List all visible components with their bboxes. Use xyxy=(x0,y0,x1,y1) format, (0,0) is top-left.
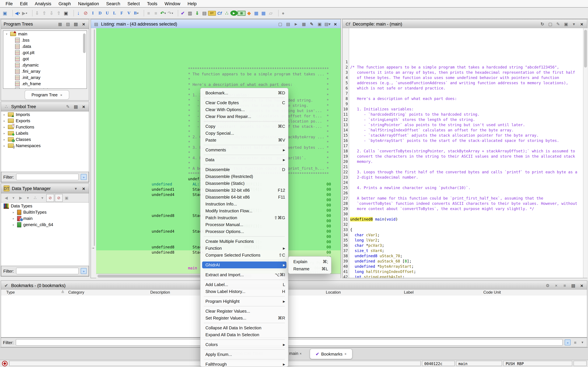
letter-v-icon[interactable]: V xyxy=(125,9,133,17)
tree-caret-icon[interactable]: ▸ xyxy=(4,113,8,116)
delete-icon[interactable]: × xyxy=(553,283,559,288)
tree-item[interactable]: .eh_frame_hdr xyxy=(3,87,87,89)
next-highlight-icon[interactable]: ≡ xyxy=(152,9,159,17)
filter-icon[interactable]: » xyxy=(81,268,87,274)
decompile-vscrollbar[interactable] xyxy=(583,28,588,278)
filter-icon[interactable]: » xyxy=(565,340,571,345)
undo-icon[interactable]: ↶ ▾ xyxy=(159,9,167,17)
edit-icon[interactable]: ✎ xyxy=(555,21,561,26)
menu-dropdown-icon[interactable]: ▾ xyxy=(571,21,577,26)
menu-item[interactable]: Collapse All Data In Selection xyxy=(200,324,288,331)
menu-bar-item[interactable]: Tools xyxy=(143,1,161,6)
binary-icon[interactable]: ▥ xyxy=(186,9,194,17)
sort-icon[interactable]: ≙ xyxy=(61,290,64,295)
decompile-line[interactable]: 34 char cVar1; xyxy=(343,232,582,238)
decompile-line[interactable]: 32 xyxy=(343,222,582,227)
table-export-icon[interactable]: ▦ xyxy=(260,9,267,17)
snapshot-icon[interactable]: ▣ xyxy=(317,21,322,26)
tree-item[interactable]: .eh_frame xyxy=(3,81,87,87)
pin-icon[interactable]: ● xyxy=(280,9,287,17)
tree-item[interactable]: ▸ Exports xyxy=(1,118,89,124)
column-header[interactable]: Description xyxy=(150,290,170,295)
listing-line[interactable]: * The function appears to be a simple pr… xyxy=(97,66,329,71)
close-icon[interactable]: × xyxy=(60,93,62,97)
data-type-manager-header[interactable]: DT Data Type Manager ▾× xyxy=(1,184,89,193)
clear-code-icon[interactable]: ⊘ xyxy=(82,9,89,17)
xref-value[interactable]: 00 xyxy=(327,208,331,213)
tree-item[interactable]: .got xyxy=(3,56,87,62)
toolbar-separator[interactable] xyxy=(141,10,144,17)
forward-dropdown-icon[interactable]: ▾ xyxy=(25,194,31,201)
menu-item[interactable] xyxy=(204,280,285,280)
xref-value[interactable]: 00 xyxy=(327,192,331,197)
menu-item[interactable]: Expand All Data In Selection xyxy=(200,331,288,338)
menu-item[interactable]: Create Multiple Functions xyxy=(200,238,288,245)
listing-line[interactable]: * * xyxy=(97,71,329,77)
tree-item[interactable]: ▸ generic_clib_64 xyxy=(1,222,89,228)
decompile-line[interactable]: 27 A better name for this function could… xyxy=(343,196,582,201)
snapshot-icon[interactable]: ▣ xyxy=(62,9,69,17)
menu-item[interactable]: Comments ▶ xyxy=(200,146,288,153)
paste-icon[interactable]: ▤ xyxy=(285,21,291,26)
tree-caret-icon[interactable]: ▸ xyxy=(4,125,8,129)
menu-bar-item[interactable]: Window xyxy=(161,1,184,6)
close-icon[interactable]: × xyxy=(579,283,584,288)
close-icon[interactable]: × xyxy=(81,104,86,109)
diamond-icon[interactable]: ◆ xyxy=(245,9,253,17)
menu-item[interactable]: Show Label History... H xyxy=(200,288,288,295)
settings-gear-icon[interactable]: ⚙ xyxy=(545,283,550,288)
decompile-line[interactable]: 5 addresses (e.g., `unusedFunctionAddres… xyxy=(343,80,582,85)
letter-l-icon[interactable]: L xyxy=(111,9,118,17)
xref-value[interactable]: 00 xyxy=(327,197,331,202)
menu-item[interactable]: Clear Code Bytes C xyxy=(200,99,288,106)
menu-item[interactable] xyxy=(204,349,285,350)
letter-f-icon[interactable]: F xyxy=(118,9,125,17)
nav-up2-icon[interactable]: ⇧ xyxy=(55,9,62,17)
menu-bar-item[interactable]: Help xyxy=(184,1,200,6)
decompile-line[interactable]: 18 2. Calls `convertToBytes(stringPointe… xyxy=(343,149,582,154)
close-icon[interactable]: × xyxy=(300,352,302,356)
decompile-line[interactable]: 20 memory. xyxy=(343,159,582,164)
decompile-line[interactable]: 15 - `stackArrayOffset` adjusts the stac… xyxy=(343,133,582,138)
menu-item[interactable]: Apply Enum... xyxy=(200,351,288,358)
preview-window-icon[interactable]: ▣ xyxy=(63,194,70,201)
redo-icon[interactable]: ↷ ▾ xyxy=(167,9,174,17)
menu-item[interactable] xyxy=(204,340,285,340)
filter-options-icon[interactable]: ≡ xyxy=(573,340,578,345)
menu-bar-item[interactable]: File xyxy=(2,1,17,6)
tree-item[interactable]: .fini_array xyxy=(3,68,87,74)
decompile-line[interactable]: 6 which is not safe or standard practice… xyxy=(343,85,582,91)
tree-caret-icon[interactable]: ▾ xyxy=(6,32,10,35)
menu-item[interactable]: Set Register Values... ⌘R xyxy=(200,315,288,321)
listing-line[interactable]: undefined AL:1 xyxy=(97,176,202,182)
menu-item[interactable]: Disassemble (Static) xyxy=(200,180,288,187)
filter-input[interactable] xyxy=(16,268,79,274)
forward-icon[interactable]: ▶ xyxy=(17,194,24,201)
decompile-line[interactable]: 38 undefined8 uStack_70; xyxy=(343,253,582,259)
menu-item[interactable] xyxy=(204,306,285,306)
tree-caret-icon[interactable]: ▸ xyxy=(13,210,17,214)
listing-line[interactable]: 00 xyxy=(97,197,120,202)
column-header[interactable]: Category xyxy=(68,290,84,295)
menu-item[interactable]: Disassemble (Restricted) xyxy=(200,173,288,180)
decompile-line[interactable]: 41 long halfStringIndexOffset; xyxy=(343,269,582,274)
letter-u-icon[interactable]: U xyxy=(104,9,111,17)
data-type-manager-icon[interactable]: DT xyxy=(208,11,216,16)
edit-icon[interactable]: ✎ xyxy=(65,104,70,109)
column-header[interactable]: Type xyxy=(6,290,15,295)
menu-item[interactable] xyxy=(204,145,285,145)
menu-item[interactable]: Rename ⌘L xyxy=(288,265,331,272)
run-icon[interactable]: ▶ xyxy=(230,10,238,16)
menu-item[interactable] xyxy=(204,155,285,155)
edit-fields-icon[interactable]: ✎ xyxy=(309,21,314,26)
decompile-line[interactable]: 13 - `stringPointer` also points to the … xyxy=(343,122,582,127)
decompile-line[interactable]: 42 int stringLengthAsInt; xyxy=(343,274,582,278)
import-icon[interactable]: ▤ xyxy=(73,21,78,26)
menu-item[interactable] xyxy=(204,260,285,260)
decompile-line[interactable]: 26 xyxy=(343,190,582,196)
xref-value[interactable]: 00 xyxy=(327,202,331,208)
menu-item[interactable]: Add Label... L xyxy=(200,281,288,288)
export-icon[interactable]: ⇓ xyxy=(194,9,201,17)
menu-item[interactable]: Copy Special... xyxy=(200,130,288,137)
decompile-line[interactable]: 3 converts it into an array of bytes, th… xyxy=(343,70,582,75)
